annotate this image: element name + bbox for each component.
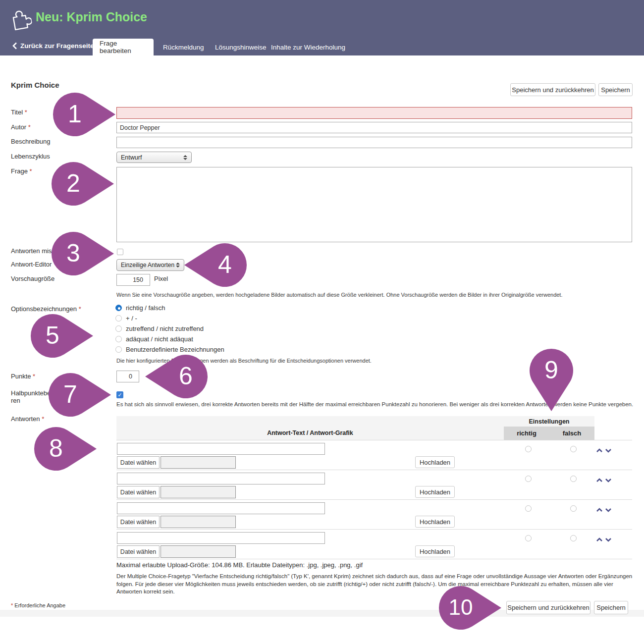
- choose-file-button[interactable]: Datei wählen: [117, 545, 160, 558]
- tab-inhalte-wiederholung[interactable]: Inhalte zur Wiederholung: [264, 39, 352, 55]
- page-title: Neu: Kprim Choice: [36, 10, 147, 24]
- save-return-button-top[interactable]: Speichern und zurückkehren: [510, 83, 595, 96]
- answer-col-header: Antwort-Text / Antwort-Grafik: [116, 429, 504, 436]
- move-up-icon[interactable]: [596, 506, 603, 512]
- radio-icon[interactable]: [115, 305, 122, 311]
- tab-rueckmeldung[interactable]: Rückmeldung: [156, 39, 211, 55]
- falsch-radio[interactable]: [570, 476, 577, 482]
- move-down-icon[interactable]: [605, 536, 612, 541]
- antwort-editor-label: Antwort-Editor: [11, 261, 52, 268]
- vorschaugroesse-help: Wenn Sie eine Vorschaugröße angeben, wer…: [116, 292, 562, 298]
- radio-icon[interactable]: [115, 325, 122, 332]
- answer-text-input[interactable]: [117, 502, 325, 514]
- frage-label: Frage *: [11, 167, 32, 175]
- richtig-radio[interactable]: [525, 505, 532, 512]
- required-note: * Erforderliche Angabe: [11, 602, 65, 608]
- form-title: Kprim Choice: [11, 81, 59, 89]
- option-adaequat[interactable]: adäquat / nicht adäquat: [115, 335, 193, 343]
- answer-row: Datei wählen Hochladen: [116, 470, 632, 499]
- antworten-mischen-label: Antworten mischen: [11, 247, 66, 255]
- file-name-box: [161, 486, 236, 498]
- halbpunkte-label: Halbpunktebewertung aktivie ren: [11, 389, 115, 404]
- marker-4: 4: [183, 242, 248, 288]
- answer-row: Datei wählen Hochladen: [116, 499, 632, 529]
- tab-loesungshinweise[interactable]: Lösungshinweise: [208, 39, 273, 55]
- option-richtig-falsch[interactable]: richtig / falsch: [115, 304, 165, 312]
- move-up-icon[interactable]: [596, 446, 603, 452]
- move-down-icon[interactable]: [605, 506, 612, 512]
- punkte-label: Punkte *: [11, 373, 35, 380]
- marker-1: 1: [52, 92, 116, 137]
- answer-text-input[interactable]: [117, 473, 325, 484]
- titel-label: Titel *: [11, 108, 27, 116]
- save-return-button-bottom[interactable]: Speichern und zurückkehren: [506, 601, 590, 614]
- lebenszyklus-label: Lebenszyklus: [11, 153, 50, 160]
- titel-input[interactable]: [116, 107, 632, 119]
- upload-button[interactable]: Hochladen: [415, 516, 455, 528]
- file-name-box: [161, 545, 236, 558]
- save-button-top[interactable]: Speichern: [598, 83, 633, 96]
- radio-icon[interactable]: [115, 346, 122, 353]
- tab-frage-bearbeiten[interactable]: Frage bearbeiten: [93, 39, 154, 55]
- option-benutzerdefiniert[interactable]: Benutzerdefinierte Bezeichnungen: [115, 346, 224, 353]
- option-plus-minus[interactable]: + / -: [115, 315, 137, 322]
- richtig-radio[interactable]: [525, 535, 532, 541]
- frage-textarea[interactable]: [116, 167, 632, 242]
- answer-row: Datei wählen Hochladen: [116, 529, 632, 559]
- file-name-box: [161, 516, 236, 528]
- antworten-label: Antworten *: [11, 415, 44, 423]
- upload-info: Maximal erlaubte Upload-Größe: 104.86 MB…: [116, 561, 363, 569]
- autor-input[interactable]: [116, 122, 632, 133]
- falsch-radio[interactable]: [570, 505, 577, 512]
- back-link[interactable]: Zurück zur Fragenseite: [12, 42, 94, 50]
- punkte-input[interactable]: [116, 371, 139, 382]
- select-arrows-icon: [183, 155, 187, 160]
- antworten-mischen-checkbox[interactable]: [117, 249, 123, 255]
- move-down-icon[interactable]: [605, 476, 612, 482]
- pixel-unit-label: Pixel: [154, 275, 168, 282]
- save-button-bottom[interactable]: Speichern: [594, 601, 628, 614]
- radio-icon[interactable]: [115, 315, 122, 322]
- move-down-icon[interactable]: [605, 446, 612, 452]
- antwort-editor-select[interactable]: Einzeilige Antworten: [116, 259, 184, 271]
- select-arrows-icon: [175, 263, 180, 268]
- option-zutreffend[interactable]: zutreffend / nicht zutreffend: [115, 325, 204, 332]
- puzzle-icon: [8, 7, 31, 33]
- autor-label: Autor *: [11, 123, 31, 131]
- halbpunkte-checkbox[interactable]: [116, 391, 123, 398]
- richtig-radio[interactable]: [525, 446, 532, 452]
- beschreibung-input[interactable]: [116, 137, 632, 148]
- falsch-radio[interactable]: [570, 535, 577, 541]
- answer-text-input[interactable]: [117, 443, 325, 455]
- radio-icon[interactable]: [115, 336, 122, 342]
- back-chevron-icon: [12, 42, 17, 50]
- marker-8: 8: [33, 426, 98, 472]
- choose-file-button[interactable]: Datei wählen: [117, 486, 160, 498]
- answers-table-header: Einstellungen Antwort-Text / Antwort-Gra…: [116, 416, 632, 440]
- vorschaugroesse-input[interactable]: [116, 274, 150, 286]
- marker-5: 5: [30, 313, 94, 359]
- upload-button[interactable]: Hochladen: [415, 456, 455, 468]
- col-falsch-header: falsch: [549, 429, 594, 437]
- halbpunkte-help: Es hat sich als sinnvoll erwiesen, drei …: [116, 401, 633, 407]
- answer-row: Datei wählen Hochladen: [116, 440, 632, 470]
- move-up-icon[interactable]: [596, 476, 603, 482]
- question-type-description: Der Multiple Choice-Fragetyp "Vierfache …: [116, 573, 636, 596]
- lebenszyklus-select[interactable]: Entwurf: [116, 152, 192, 163]
- app-header: Neu: Kprim Choice: [0, 0, 644, 39]
- answer-text-input[interactable]: [117, 532, 325, 544]
- upload-button[interactable]: Hochladen: [415, 486, 455, 498]
- file-name-box: [161, 456, 236, 469]
- choose-file-button[interactable]: Datei wählen: [117, 456, 160, 469]
- marker-2: 2: [51, 161, 115, 207]
- falsch-radio[interactable]: [570, 446, 577, 452]
- answers-table: Einstellungen Antwort-Text / Antwort-Gra…: [116, 416, 632, 559]
- col-richtig-header: richtig: [504, 429, 549, 437]
- vorschaugroesse-label: Vorschaugröße: [11, 275, 54, 282]
- upload-button[interactable]: Hochladen: [415, 545, 455, 557]
- settings-header: Einstellungen: [504, 418, 594, 425]
- move-up-icon[interactable]: [596, 536, 603, 541]
- optionsbezeichnungen-label: Optionsbezeichnungen *: [11, 305, 81, 313]
- richtig-radio[interactable]: [525, 476, 532, 482]
- choose-file-button[interactable]: Datei wählen: [117, 516, 160, 528]
